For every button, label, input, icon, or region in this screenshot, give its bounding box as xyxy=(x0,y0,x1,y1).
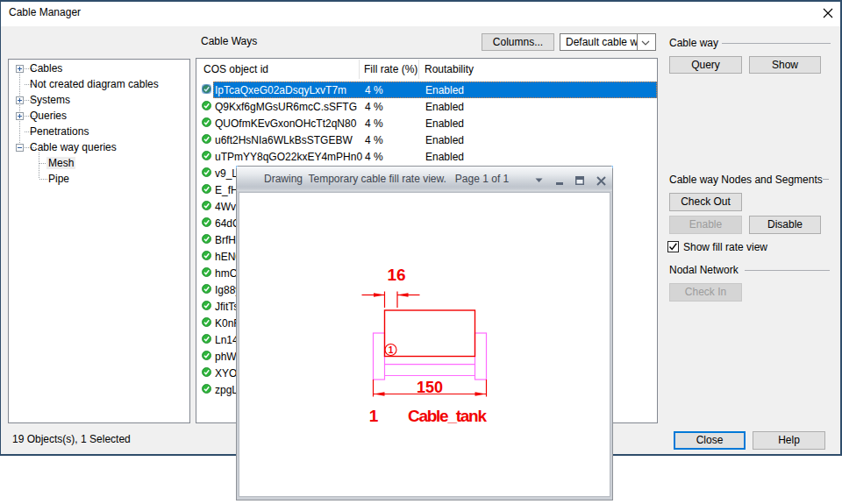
svg-text:1: 1 xyxy=(369,407,379,425)
svg-text:1: 1 xyxy=(389,345,394,355)
svg-text:16: 16 xyxy=(387,266,405,284)
svg-text:150: 150 xyxy=(417,379,443,396)
svg-text:Cable_tank: Cable_tank xyxy=(408,407,487,425)
